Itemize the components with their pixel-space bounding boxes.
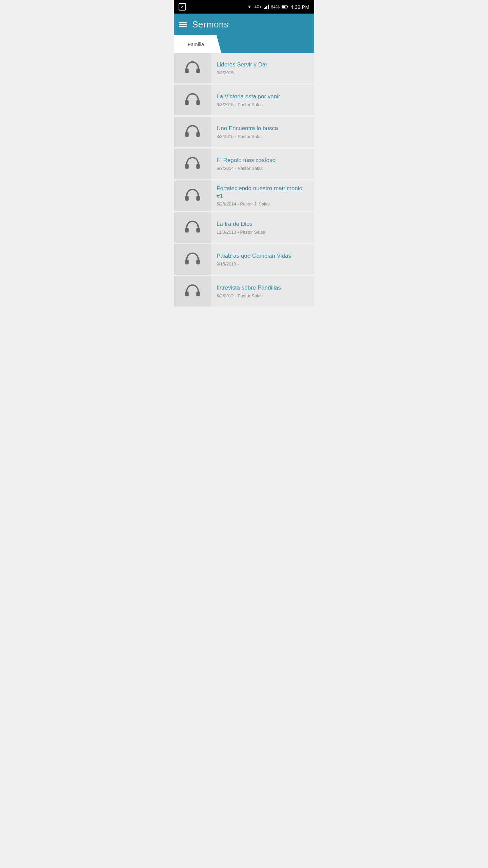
tab-familia[interactable]: Familia [174,35,221,53]
wifi-icon [246,4,252,9]
svg-rect-16 [196,260,200,264]
svg-rect-1 [282,6,285,8]
status-left: ✓ [179,3,186,11]
sermon-meta: 3/3/2015 - Pastor Salas [217,134,309,139]
sermon-list-item[interactable]: La Victoria esta por venir 3/3/2015 - Pa… [174,85,314,115]
sermon-meta: 9/15/2013 - [217,261,309,267]
svg-rect-17 [185,292,188,296]
sermon-title: Fortaleciendo nuestro matrimonio #1 [217,185,309,200]
sermon-meta: 6/3/2014 - Pastor Salas [217,166,309,171]
sermon-title: La Ira de Dios [217,220,309,228]
svg-rect-15 [185,260,188,264]
sermon-title: La Victoria esta por venir [217,93,309,100]
svg-rect-14 [196,228,200,233]
headphone-icon [184,123,201,141]
svg-rect-5 [185,100,188,105]
sermon-icon-box [174,53,211,83]
sermon-info: El Regalo mas costoso 6/3/2014 - Pastor … [211,153,314,175]
svg-rect-4 [196,68,200,73]
headphone-icon [184,187,201,204]
svg-rect-18 [196,292,200,296]
network-type: 4G+ [255,5,262,9]
svg-rect-12 [196,196,200,201]
sermon-list-item[interactable]: Lideres Servir y Dar 3/3/2015 - [174,53,314,83]
sermon-info: Palabras que Cambian Vidas 9/15/2013 - [211,248,314,270]
headphone-icon [184,219,201,236]
sermon-title: Palabras que Cambian Vidas [217,252,309,260]
svg-rect-9 [185,164,188,169]
headphone-icon [184,59,201,77]
svg-rect-6 [196,100,200,105]
sermon-meta: 11/3/2013 - Pastor Salas [217,230,309,235]
sermon-list: Lideres Servir y Dar 3/3/2015 - La Victo… [174,53,314,307]
headphone-icon [184,282,201,300]
svg-rect-13 [185,228,188,233]
sermon-info: Fortaleciendo nuestro matrimonio #1 5/25… [211,181,314,210]
sermon-list-item[interactable]: La Ira de Dios 11/3/2013 - Pastor Salas [174,212,314,243]
sermon-meta: 5/25/2014 - Pastor J. Salas [217,201,309,206]
page-title: Sermons [192,19,229,30]
sermon-icon-box [174,85,211,115]
headphone-icon [184,91,201,109]
signal-bars [264,4,269,9]
sermon-list-item[interactable]: El Regalo mas costoso 6/3/2014 - Pastor … [174,149,314,179]
svg-rect-7 [185,132,188,137]
battery-icon [282,5,288,9]
sermon-meta: 3/3/2015 - [217,70,309,75]
sermon-info: Lideres Servir y Dar 3/3/2015 - [211,57,314,79]
status-right: 4G+ 64% 4:32 PM [246,4,309,10]
sermon-list-item[interactable]: Uno Encuentra lo busca 3/3/2015 - Pastor… [174,117,314,147]
battery-level: 64% [271,4,280,9]
notification-icon: ✓ [179,3,186,11]
sermon-info: Uno Encuentra lo busca 3/3/2015 - Pastor… [211,121,314,143]
sermon-icon-box [174,180,211,211]
sermon-icon-box [174,149,211,179]
sermon-info: Intrevista sobre Pandillas 6/3/2012 - Pa… [211,280,314,302]
headphone-icon [184,251,201,268]
status-bar: ✓ 4G+ 64% 4:32 PM [174,0,314,14]
tab-bar: Familia [174,35,314,53]
sermon-title: Uno Encuentra lo busca [217,125,309,132]
sermon-info: La Ira de Dios 11/3/2013 - Pastor Salas [211,216,314,238]
app-header: Sermons [174,14,314,35]
sermon-title: Intrevista sobre Pandillas [217,284,309,292]
sermon-list-item[interactable]: Intrevista sobre Pandillas 6/3/2012 - Pa… [174,276,314,307]
sermon-meta: 3/3/2015 - Pastor Salas [217,102,309,107]
svg-rect-3 [185,68,188,73]
sermon-title: Lideres Servir y Dar [217,61,309,68]
svg-rect-11 [185,196,188,201]
svg-rect-2 [287,6,288,7]
svg-rect-10 [196,164,200,169]
sermon-list-item[interactable]: Fortaleciendo nuestro matrimonio #1 5/25… [174,180,314,211]
sermon-icon-box [174,117,211,147]
sermon-list-item[interactable]: Palabras que Cambian Vidas 9/15/2013 - [174,244,314,275]
sermon-icon-box [174,212,211,243]
sermon-title: El Regalo mas costoso [217,157,309,164]
hamburger-menu-button[interactable] [179,22,187,27]
sermon-icon-box [174,244,211,275]
svg-rect-8 [196,132,200,137]
headphone-icon [184,155,201,173]
sermon-icon-box [174,276,211,307]
clock: 4:32 PM [290,4,309,10]
sermon-info: La Victoria esta por venir 3/3/2015 - Pa… [211,89,314,111]
sermon-meta: 6/3/2012 - Pastor Salas [217,293,309,298]
